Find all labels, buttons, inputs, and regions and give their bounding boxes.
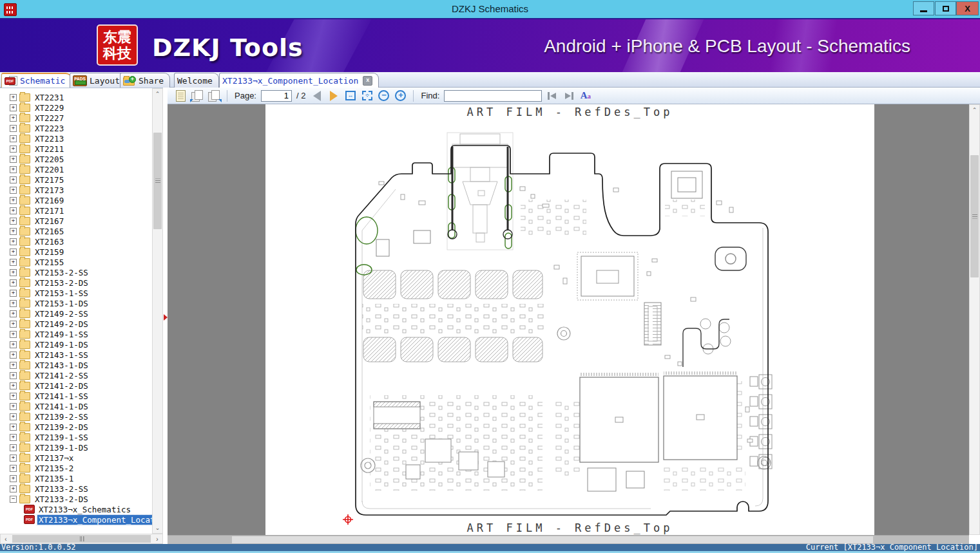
expand-icon[interactable]: + — [10, 434, 17, 441]
tree-item-XT2141-1-DS[interactable]: +XT2141-1-DS — [0, 401, 152, 411]
expand-icon[interactable]: + — [10, 187, 17, 194]
expand-icon[interactable]: + — [10, 279, 17, 286]
expand-icon[interactable]: + — [10, 104, 17, 111]
tree-item-label[interactable]: XT2141-2-DS — [34, 381, 90, 391]
rotate-left-button[interactable] — [191, 89, 204, 102]
tree-item-XT2149-1-DS[interactable]: +XT2149-1-DS — [0, 339, 152, 350]
tree-item-XT2201[interactable]: +XT2201 — [0, 164, 152, 174]
expand-icon[interactable]: + — [10, 321, 17, 328]
tab-schematic[interactable]: PDF Schematic — [1, 73, 72, 88]
scroll-right-icon[interactable]: › — [152, 534, 162, 543]
tab-share[interactable]: + Share — [120, 73, 170, 88]
doc-hscroll-thumb[interactable] — [232, 536, 873, 543]
tree-item-label[interactable]: XT2167 — [34, 216, 65, 226]
collapse-icon[interactable]: − — [10, 496, 17, 503]
expand-icon[interactable]: + — [10, 259, 17, 266]
tree-item-XT2133¬x_Schematics[interactable]: PDFXT2133¬x_Schematics — [0, 504, 152, 514]
tree-item-XT2141-1-SS[interactable]: +XT2141-1-SS — [0, 391, 152, 401]
rotate-right-button[interactable] — [207, 89, 221, 102]
expand-icon[interactable]: + — [10, 331, 17, 338]
expand-icon[interactable]: + — [10, 455, 17, 462]
tree-item-label[interactable]: XT2149-2-DS — [34, 319, 90, 329]
tree-item-label[interactable]: XT2133-2-SS — [34, 484, 90, 494]
tree-item-label[interactable]: XT2165 — [34, 227, 65, 236]
tree-item-XT2153-2-DS[interactable]: +XT2153-2-DS — [0, 277, 152, 288]
tree-item-XT2139-2-DS[interactable]: +XT2139-2-DS — [0, 422, 152, 432]
tree-item-XT2137¬x[interactable]: +XT2137¬x — [0, 453, 152, 463]
tree-item-XT2143-1-DS[interactable]: +XT2143-1-DS — [0, 360, 152, 370]
tree-item-label[interactable]: XT2153-2-SS — [34, 268, 90, 277]
expand-icon[interactable]: + — [10, 444, 17, 451]
tree-item-label[interactable]: XT2141-1-SS — [34, 391, 90, 401]
zoom-out-button[interactable]: − — [377, 89, 390, 102]
tree-item-label[interactable]: XT2133¬x_Component_Location — [37, 515, 152, 525]
previous-page-button[interactable] — [310, 89, 323, 102]
tree-item-label[interactable]: XT2141-2-SS — [34, 371, 90, 380]
tree-item-XT2133-2-SS[interactable]: +XT2133-2-SS — [0, 483, 152, 494]
doc-scroll-thumb[interactable] — [970, 155, 979, 277]
tree-item-label[interactable]: XT2159 — [34, 247, 65, 257]
tree-item-XT2139-2-SS[interactable]: +XT2139-2-SS — [0, 411, 152, 422]
tree-item-label[interactable]: XT2139-2-SS — [34, 412, 90, 422]
expand-icon[interactable]: + — [10, 145, 17, 153]
tree-item-XT2205[interactable]: +XT2205 — [0, 154, 152, 164]
minimize-button[interactable] — [913, 1, 934, 15]
expand-icon[interactable]: + — [10, 351, 17, 359]
tree-item-XT2139-1-DS[interactable]: +XT2139-1-DS — [0, 442, 152, 453]
tree-item-label[interactable]: XT2153-1-SS — [34, 288, 90, 298]
expand-icon[interactable]: + — [10, 403, 17, 410]
find-input[interactable] — [444, 90, 542, 102]
tree-item-XT2167[interactable]: +XT2167 — [0, 216, 152, 226]
tree-item-label[interactable]: XT2143-1-DS — [34, 361, 90, 370]
panel-splitter[interactable] — [163, 88, 168, 544]
expand-icon[interactable]: + — [10, 300, 17, 307]
expand-icon[interactable]: + — [10, 465, 17, 472]
tree-item-XT2133-2-DS[interactable]: −XT2133-2-DS — [0, 494, 152, 504]
expand-icon[interactable]: + — [10, 228, 17, 235]
tree-item-XT2227[interactable]: +XT2227 — [0, 113, 152, 123]
tree-item-label[interactable]: XT2139-2-DS — [34, 422, 90, 432]
tree-item-XT2229[interactable]: +XT2229 — [0, 102, 152, 113]
tree-item-XT2135-1[interactable]: +XT2135-1 — [0, 473, 152, 483]
expand-icon[interactable]: + — [10, 310, 17, 317]
expand-icon[interactable]: + — [10, 485, 17, 492]
tree-item-XT2173[interactable]: +XT2173 — [0, 185, 152, 195]
tree-item-label[interactable]: XT2205 — [34, 155, 65, 164]
tree-item-label[interactable]: XT2229 — [34, 103, 65, 113]
tree-item-label[interactable]: XT2213 — [34, 134, 65, 144]
tree-item-XT2139-1-SS[interactable]: +XT2139-1-SS — [0, 432, 152, 442]
tree-item-label[interactable]: XT2163 — [34, 237, 65, 247]
tree-item-XT2153-2-SS[interactable]: +XT2153-2-SS — [0, 267, 152, 277]
tree-item-label[interactable]: XT2143-1-SS — [34, 350, 90, 360]
tree-item-label[interactable]: XT2133¬x_Schematics — [37, 505, 132, 514]
expand-icon[interactable]: + — [10, 248, 17, 256]
tree-item-label[interactable]: XT2169 — [34, 196, 65, 205]
tree-hscroll-thumb[interactable] — [12, 535, 151, 543]
tree-item-label[interactable]: XT2149-1-SS — [34, 330, 90, 339]
tree-item-XT2169[interactable]: +XT2169 — [0, 195, 152, 205]
expand-icon[interactable]: + — [10, 125, 17, 132]
pdf-viewport[interactable]: ART FILM - RefDes_Top — [168, 104, 969, 535]
tree-item-XT2163[interactable]: +XT2163 — [0, 236, 152, 247]
tree-item-XT2171[interactable]: +XT2171 — [0, 205, 152, 216]
tree-item-label[interactable]: XT2223 — [34, 124, 65, 133]
tree-item-XT2165[interactable]: +XT2165 — [0, 226, 152, 236]
match-case-button[interactable]: Aa — [579, 89, 592, 102]
fit-width-button[interactable]: ↔ — [343, 89, 357, 102]
tree-item-label[interactable]: XT2231 — [34, 93, 65, 102]
expand-icon[interactable]: + — [10, 197, 17, 204]
find-next-button[interactable] — [562, 89, 575, 102]
zoom-in-button[interactable]: + — [394, 89, 407, 102]
doc-scroll-up-icon[interactable]: ⌃ — [970, 105, 979, 115]
doc-tab-welcome[interactable]: Welcome — [174, 73, 219, 88]
scroll-down-icon[interactable]: ⌄ — [153, 523, 162, 533]
tree-scroll-thumb[interactable] — [153, 133, 162, 229]
expand-icon[interactable]: + — [10, 341, 17, 348]
tree-item-label[interactable]: XT2173 — [34, 185, 65, 195]
expand-icon[interactable]: + — [10, 238, 17, 245]
scroll-up-icon[interactable]: ⌃ — [153, 89, 162, 99]
expand-icon[interactable]: + — [10, 115, 17, 122]
tree-item-XT2153-1-SS[interactable]: +XT2153-1-SS — [0, 288, 152, 298]
next-page-button[interactable] — [327, 89, 340, 102]
tree-item-label[interactable]: XT2171 — [34, 206, 65, 216]
